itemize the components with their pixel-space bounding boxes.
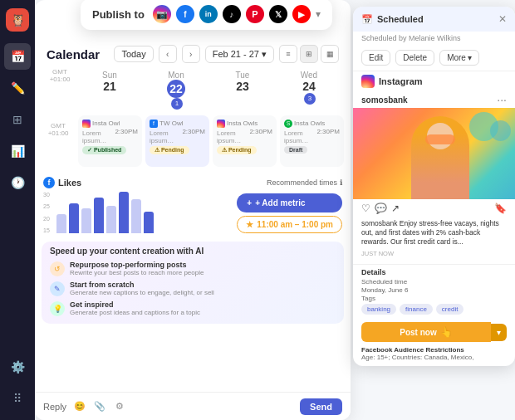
calendar-panel: Calendar Today ‹ › Feb 21 - 27 ▾ ≡ ⊞ ▦ G… (35, 0, 351, 420)
date-range-selector[interactable]: Feb 21 - 27 ▾ (205, 46, 274, 63)
more-button[interactable]: More ▾ (439, 50, 479, 66)
sidebar-item-clock[interactable]: 🕐 (4, 169, 31, 196)
instagram-section-icon (361, 75, 375, 88)
sidebar-item-calendar[interactable]: 📅 (4, 43, 31, 70)
month-view-icon[interactable]: ▦ (321, 45, 339, 63)
bar-5 (106, 206, 116, 234)
likes-bars (56, 192, 233, 233)
inspired-icon: 💡 (50, 301, 65, 316)
publish-more-icon[interactable]: ▾ (316, 8, 321, 20)
sched-calendar-icon: 📅 (361, 14, 373, 25)
chart-actions: + + Add metric ★ 11:00 am – 1:00 pm (237, 193, 342, 233)
sidebar-item-settings[interactable]: ⚙️ (4, 354, 31, 380)
bookmark-icon[interactable]: 🔖 (494, 203, 507, 214)
status-published-badge: ✓ Published (82, 146, 126, 154)
attachment-button[interactable]: 📎 (91, 398, 108, 415)
calendar-title: Calendar (47, 47, 100, 61)
prev-arrow[interactable]: ‹ (159, 45, 177, 63)
scheduled-title-row: 📅 Scheduled (361, 14, 424, 25)
grid-view-icon[interactable]: ⊞ (300, 45, 318, 63)
details-title: Details (361, 268, 507, 276)
sidebar-item-grid[interactable]: ⊞ (4, 106, 31, 133)
sidebar-item-compose[interactable]: ✏️ (4, 75, 31, 101)
today-button[interactable]: Today (114, 46, 153, 62)
repurpose-icon: ↺ (50, 261, 65, 276)
linkedin-icon[interactable]: in (199, 5, 218, 23)
ai-item-3[interactable]: 💡 Get inspired Generate post ideas and c… (50, 300, 336, 316)
post-now-button[interactable]: Post now 👆 (361, 322, 491, 342)
sidebar-logo[interactable]: 🦉 (6, 8, 29, 32)
post-now-row: Post now 👆 ▾ (353, 318, 515, 346)
day-header-tue: Tue 23 (209, 68, 276, 112)
preview-image (353, 108, 515, 199)
post-mon[interactable]: fTW Owl 2:30PM Lorem ipsum dolre... ⚠ Pe… (145, 115, 209, 167)
share-icon[interactable]: ↗ (391, 203, 400, 214)
tags-label: Tags (361, 295, 507, 302)
reply-bar: Reply 😊 📎 ⚙ Send (35, 392, 351, 420)
calendar-grid: GMT +01:00 Sun 21 Mon 22 1 Tue 23 Wed 24 (35, 68, 351, 167)
emoji-button[interactable]: 😊 (71, 398, 88, 415)
add-metric-button[interactable]: + + Add metric (237, 193, 342, 212)
ai-item-2[interactable]: ✎ Start from scratch Generate new captio… (50, 281, 336, 296)
ai-section: Speed up your content creation with AI ↺… (42, 242, 344, 324)
post-tue[interactable]: Insta Owls 2:30PM Lorem ipsum dolre... ⚠… (213, 115, 277, 167)
tiktok-icon[interactable]: ♪ (223, 5, 241, 23)
bar-7 (131, 199, 141, 234)
post-wed[interactable]: SInsta Owls 2:30PM Lorem ipsum dolre... … (280, 115, 344, 167)
ai-item-2-title: Start from scratch (70, 281, 214, 289)
facebook-icon[interactable]: f (176, 5, 194, 23)
post-sun[interactable]: Insta Owl 2:30PM Lorem ipsum dolre... ✓ … (78, 115, 142, 167)
hand-cursor-icon: 👆 (440, 326, 453, 338)
comment-icon[interactable]: 💬 (375, 203, 387, 214)
instagram-icon[interactable]: 📷 (153, 5, 171, 23)
day-header-wed: Wed 24 3 (276, 68, 342, 112)
recommended-time-chip[interactable]: ★ 11:00 am – 1:00 pm (237, 216, 342, 233)
preview-actions: ♡ 💬 ↗ 🔖 (353, 199, 515, 217)
account-options[interactable]: ··· (497, 94, 507, 105)
main-area: Publish to 📷 f in ♪ P 𝕏 ▶ ▾ Calendar Tod… (35, 0, 515, 420)
tag-banking[interactable]: banking (361, 304, 396, 315)
tag-credit[interactable]: credit (436, 304, 464, 315)
preview-time: JUST NOW (353, 250, 515, 261)
close-button[interactable]: ✕ (498, 13, 507, 25)
twitter-icon[interactable]: 𝕏 (269, 5, 287, 23)
gmt-cell: GMT+01:00 (42, 115, 75, 167)
scheduled-panel: 📅 Scheduled ✕ Scheduled by Melanie Wilki… (353, 7, 515, 366)
scheduled-header: 📅 Scheduled ✕ (353, 7, 515, 32)
publish-bar: Publish to 📷 f in ♪ P 𝕏 ▶ ▾ (81, 0, 332, 30)
delete-button[interactable]: Delete (395, 50, 434, 66)
next-arrow[interactable]: › (182, 45, 200, 63)
ai-item-3-title: Get inspired (70, 300, 200, 309)
bar-1 (56, 214, 66, 234)
person-glasses (425, 134, 455, 144)
instagram-section: Instagram (353, 71, 515, 91)
bar-3 (81, 208, 91, 233)
bar-6 (119, 192, 129, 233)
pinterest-icon[interactable]: P (246, 5, 264, 23)
ai-item-3-desc: Generate post ideas and captions for a t… (70, 309, 200, 316)
reply-icons: 😊 📎 ⚙ (71, 398, 128, 415)
scheduled-by: Scheduled by Melanie Wilkins (353, 32, 515, 46)
scheduled-actions: Edit Delete More ▾ (353, 46, 515, 71)
bar-8 (144, 212, 154, 234)
send-button[interactable]: Send (300, 398, 342, 415)
sidebar-item-apps[interactable]: ⠿ (4, 385, 31, 412)
ai-item-2-desc: Generate new captions to engage, delight… (70, 289, 214, 296)
heart-icon[interactable]: ♡ (361, 203, 370, 214)
post-now-dropdown[interactable]: ▾ (491, 324, 507, 341)
sidebar: 🦉 📅 ✏️ ⊞ 📊 🕐 ⚙️ ⠿ (0, 0, 35, 420)
list-view-icon[interactable]: ≡ (279, 45, 297, 63)
publish-label: Publish to (92, 8, 145, 21)
day-header-mon: Mon 22 1 (143, 68, 209, 112)
view-options: ≡ ⊞ ▦ (279, 45, 339, 63)
sidebar-item-analytics[interactable]: 📊 (4, 138, 31, 164)
youtube-icon[interactable]: ▶ (292, 5, 311, 23)
gif-button[interactable]: ⚙ (111, 398, 128, 415)
sp-mini-icon: S (284, 120, 292, 128)
scheduled-time-value: Monday, June 6 (361, 286, 507, 294)
ai-item-1-desc: Rewrite your best posts to reach more pe… (70, 269, 204, 276)
tag-finance[interactable]: finance (400, 304, 433, 315)
edit-button[interactable]: Edit (361, 50, 390, 66)
account-name: somosbank (361, 95, 408, 105)
ai-item-1[interactable]: ↺ Repurpose top-performing posts Rewrite… (50, 261, 336, 276)
